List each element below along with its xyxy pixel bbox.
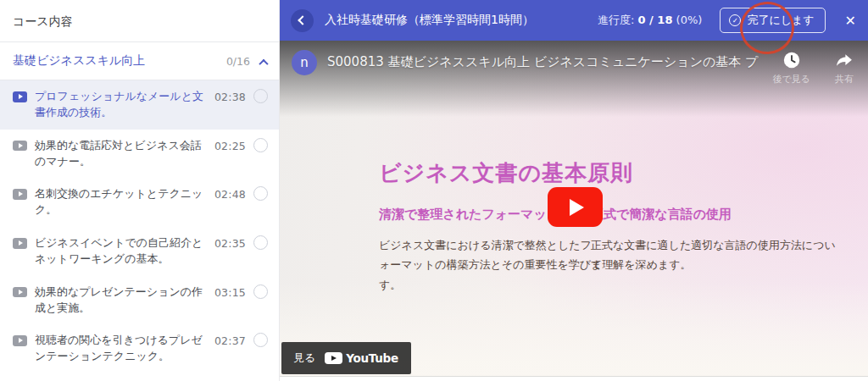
lesson-item[interactable]: 名刺交換のエチケットとテクニック。 02:48 — [0, 178, 279, 227]
lesson-item[interactable]: 効果的なプレゼンテーションの作成と実施。 03:15 — [0, 276, 279, 325]
video-titlebar: n S000813 基礎ビジネススキル向上 ビジネスコミュニケーションの基本 プ… — [292, 50, 861, 86]
lesson-duration: 02:38 — [214, 90, 246, 105]
lesson-title: 効果的な電話応対とビジネス会話のマナー。 — [35, 138, 207, 170]
youtube-play-rect-icon — [325, 352, 342, 365]
slide-heading: ビジネス文書の基本原則 — [379, 158, 633, 188]
video-actions: 後で見る 共有 — [769, 50, 861, 86]
completion-circle[interactable] — [253, 186, 268, 201]
progress-label: 進行度: — [598, 14, 634, 26]
slide-column-right: 正式で簡潔な言語の使用 正式な文書に適した適切な言語の使用方法について理解を深め… — [591, 207, 845, 275]
progress-indicator: 進行度: 0 / 18 (0%) — [598, 13, 702, 28]
lesson-title: ビジネスイベントでの自己紹介とネットワーキングの基本。 — [35, 235, 207, 268]
play-icon — [13, 287, 27, 298]
watch-on-youtube-button[interactable]: 見る YouTube — [281, 342, 411, 374]
completion-circle[interactable] — [253, 235, 268, 250]
course-topbar: 入社時基礎研修（標準学習時間1時間） 進行度: 0 / 18 (0%) ✓ 完了… — [280, 0, 868, 41]
video-title[interactable]: S000813 基礎ビジネススキル向上 ビジネスコミュニケーションの基本 プロフ… — [327, 50, 759, 70]
lesson-duration: 02:35 — [214, 236, 246, 251]
lesson-item[interactable]: 効果的な電話応対とビジネス会話のマナー。 02:25 — [0, 130, 279, 179]
sidebar-title: コース内容 — [0, 0, 279, 42]
slide-body-left: ビジネス文書における清潔で整然としたフォーマットの構築方法とその重要性を学びます… — [379, 235, 603, 295]
play-icon — [13, 141, 27, 152]
course-section-toggle[interactable]: 基礎ビジネススキル向上 0/16 — [0, 42, 279, 80]
video-player[interactable]: n S000813 基礎ビジネススキル向上 ビジネスコミュニケーションの基本 プ… — [280, 41, 868, 377]
lesson-item[interactable]: プロフェッショナルなメールと文書作成の技術。 02:38 — [0, 80, 279, 130]
check-circle-icon: ✓ — [729, 14, 741, 26]
slide-body-right: 正式な文書に適した適切な言語の使用方法について理解を深めます。 — [591, 235, 845, 275]
youtube-wordmark: YouTube — [346, 351, 398, 365]
watch-later-button[interactable]: 後で見る — [772, 51, 810, 86]
chevron-left-icon — [298, 15, 307, 25]
lesson-title: 視聴者の関心を引きつけるプレゼンテーションテクニック。 — [35, 333, 207, 365]
section-progress: 0/16 — [226, 55, 250, 68]
section-title: 基礎ビジネススキル向上 — [13, 53, 226, 69]
completion-circle[interactable] — [253, 138, 268, 152]
channel-avatar[interactable]: n — [292, 50, 317, 75]
completion-circle[interactable] — [253, 284, 268, 299]
lesson-title: 効果的なプレゼンテーションの作成と実施。 — [35, 284, 207, 317]
app-root: コース内容 基礎ビジネススキル向上 0/16 プロフェッショナルなメールと文書作… — [0, 0, 868, 381]
complete-button-label: 完了にします — [747, 13, 814, 28]
slide-subheading-right: 正式で簡潔な言語の使用 — [591, 207, 845, 223]
clock-icon — [782, 51, 801, 69]
share-button[interactable]: 共有 — [834, 51, 854, 86]
chevron-up-icon — [259, 58, 268, 68]
lesson-item[interactable]: 礼儀正しい挨拶、身だしなみ、職場での態度。 02:26 — [0, 373, 279, 381]
lesson-list: プロフェッショナルなメールと文書作成の技術。 02:38 効果的な電話応対とビジ… — [0, 80, 279, 381]
share-label: 共有 — [835, 73, 854, 86]
close-button[interactable]: ✕ — [845, 13, 856, 29]
play-triangle-icon — [570, 199, 584, 216]
lesson-duration: 02:48 — [214, 187, 246, 202]
watch-chip-label: 見る — [293, 351, 315, 366]
play-icon — [13, 189, 27, 200]
lesson-item[interactable]: 視聴者の関心を引きつけるプレゼンテーションテクニック。 02:37 — [0, 324, 279, 373]
youtube-play-button[interactable] — [548, 187, 603, 227]
play-icon — [13, 91, 27, 102]
course-sidebar: コース内容 基礎ビジネススキル向上 0/16 プロフェッショナルなメールと文書作… — [0, 0, 280, 381]
watch-later-label: 後で見る — [772, 73, 810, 86]
completion-circle[interactable] — [253, 89, 268, 103]
lesson-duration: 03:15 — [214, 285, 246, 301]
lesson-duration: 02:37 — [214, 334, 246, 349]
completion-circle[interactable] — [253, 333, 268, 347]
complete-button[interactable]: ✓ 完了にします — [720, 8, 825, 33]
play-icon — [13, 335, 27, 346]
share-arrow-icon — [834, 51, 854, 69]
lesson-item[interactable]: ビジネスイベントでの自己紹介とネットワーキングの基本。 02:35 — [0, 227, 279, 276]
lesson-duration: 02:25 — [214, 139, 246, 154]
youtube-logo-icon: YouTube — [325, 351, 398, 365]
play-icon — [13, 238, 27, 249]
lesson-title: 名刺交換のエチケットとテクニック。 — [35, 186, 207, 218]
back-button[interactable] — [291, 9, 314, 32]
lesson-title: プロフェッショナルなメールと文書作成の技術。 — [35, 89, 207, 121]
progress-percent: (0%) — [676, 14, 703, 26]
progress-value: 0 / 18 — [638, 14, 673, 26]
course-main: 入社時基礎研修（標準学習時間1時間） 進行度: 0 / 18 (0%) ✓ 完了… — [280, 0, 868, 381]
course-title: 入社時基礎研修（標準学習時間1時間） — [325, 13, 587, 28]
